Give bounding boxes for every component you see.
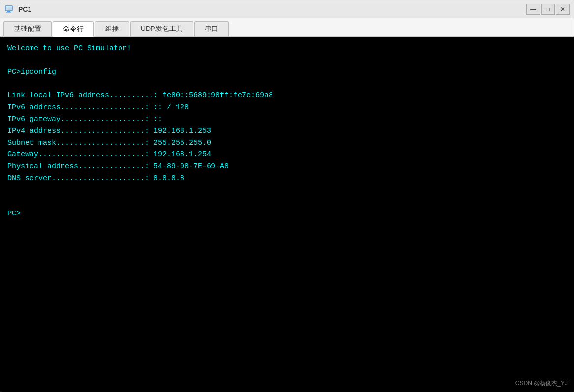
main-window: PC1 — □ ✕ 基础配置 命令行 组播 UDP发包工具 串口 Welcome… [0, 0, 574, 392]
terminal-area[interactable]: Welcome to use PC Simulator! PC>ipconfig… [0, 37, 574, 392]
svg-rect-3 [6, 7, 12, 10]
tab-multicast[interactable]: 组播 [95, 21, 129, 36]
tab-serial[interactable]: 串口 [194, 21, 229, 36]
window-controls: — □ ✕ [526, 4, 570, 15]
terminal-output: Welcome to use PC Simulator! PC>ipconfig… [7, 43, 567, 220]
svg-rect-2 [6, 12, 11, 13]
tabs-bar: 基础配置 命令行 组播 UDP发包工具 串口 [0, 18, 574, 37]
title-bar: PC1 — □ ✕ [0, 0, 574, 18]
tab-command-line[interactable]: 命令行 [53, 21, 94, 37]
window-title: PC1 [18, 5, 526, 13]
maximize-button[interactable]: □ [541, 4, 555, 15]
tab-udp-tool[interactable]: UDP发包工具 [130, 21, 193, 36]
svg-rect-1 [7, 11, 10, 12]
close-button[interactable]: ✕ [556, 4, 570, 15]
tab-basic-config[interactable]: 基础配置 [3, 21, 52, 36]
watermark: CSDN @杨俊杰_YJ [515, 379, 568, 388]
window-icon [4, 4, 14, 14]
minimize-button[interactable]: — [526, 4, 540, 15]
